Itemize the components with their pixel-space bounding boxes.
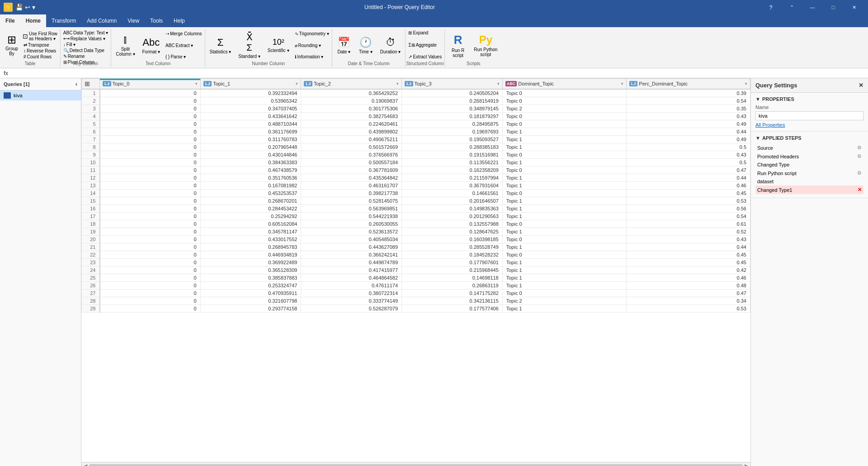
merge-columns-btn[interactable]: ⇢ Merge Columns [165, 31, 203, 37]
filter-icon-perc[interactable]: ▾ [745, 81, 747, 86]
hscroll-bar[interactable] [89, 464, 743, 466]
close-query-settings-btn[interactable]: ✕ [859, 82, 863, 89]
table-row: 1900.3457811470.5236135720.128647625Topi… [82, 228, 750, 236]
fill-icon: ↓ [63, 42, 66, 47]
tab-transform[interactable]: Transform [46, 14, 81, 27]
cell-t3: 0.211597994 [402, 174, 503, 182]
col-header-topic3[interactable]: 1.2 Topic_3 ▾ [402, 79, 503, 90]
duration-btn[interactable]: ⏱ Duration ▾ [377, 30, 404, 61]
cell-dom: Topic 1 [502, 243, 626, 251]
scientific-btn[interactable]: 10² Scientific ▾ [265, 30, 292, 61]
tab-tools[interactable]: Tools [145, 14, 168, 27]
group-scripts: R Run Rscript Py Run Pythonscript Script… [445, 29, 502, 67]
collapse-queries-btn[interactable]: ‹ [75, 81, 77, 87]
query-item-kiva[interactable]: kiva [0, 90, 81, 100]
collapse-properties-icon[interactable]: ▼ [755, 96, 760, 102]
table-row: 1300.1670819820.4631617070.367931604Topi… [82, 182, 750, 190]
more-quick-btn[interactable]: ▾ [32, 4, 35, 11]
cell-t3: 0.268154919 [402, 97, 503, 105]
standard-btn[interactable]: X̄Σ Standard ▾ [236, 30, 263, 61]
extract-values-btn[interactable]: ↗ Extract Values [407, 54, 443, 60]
filter-icon-topic0[interactable]: ▾ [195, 81, 198, 86]
use-first-row-btn[interactable]: ⊡ Use First Rowas Headers ▾ [22, 31, 58, 42]
step-gear-icon[interactable]: ⚙ [857, 170, 862, 176]
table-row: 1400.4532535370.3982177380.14661561Topic… [82, 190, 750, 197]
col-header-topic0[interactable]: 1.2 Topic_0 ▾ [100, 79, 201, 90]
information-btn[interactable]: ℹ Information ▾ [294, 54, 330, 60]
col-header-topic2[interactable]: 1.2 Topic_2 ▾ [301, 79, 402, 90]
reverse-rows-btn[interactable]: ↕ Reverse Rows [23, 48, 58, 54]
run-r-btn[interactable]: R Run Rscript [447, 30, 469, 61]
row-number: 6 [82, 128, 100, 136]
step-item-run-python-script[interactable]: Run Python script⚙ [755, 169, 863, 177]
rename-btn[interactable]: ✎ Rename [62, 53, 109, 59]
expand-btn[interactable]: ⊞ Expand [407, 30, 443, 36]
step-item-changed-type[interactable]: Changed Type [755, 161, 863, 169]
save-quick-btn[interactable]: 💾 [15, 4, 23, 11]
cell-t3: 0.160398185 [402, 236, 503, 243]
parse-btn[interactable]: { } Parse ▾ [165, 54, 203, 60]
replace-values-btn[interactable]: ⟷ Replace Values ▾ [62, 36, 109, 42]
grid-options-icon[interactable]: ⊞ [85, 80, 90, 87]
tab-add-column[interactable]: Add Column [81, 14, 122, 27]
step-delete-icon[interactable]: ✕ [858, 187, 862, 193]
all-properties-link[interactable]: All Properties [755, 122, 863, 128]
tab-file[interactable]: File [0, 14, 20, 27]
grid-container[interactable]: ⊞ 1.2 Topic_0 ▾ [81, 78, 750, 462]
aggregate-btn[interactable]: Σ⊞ Aggregate [407, 42, 443, 48]
tab-home[interactable]: Home [20, 14, 46, 27]
scroll-left-btn[interactable]: ◀ [83, 463, 87, 466]
rounding-btn[interactable]: ⌀ Rounding ▾ [294, 43, 330, 48]
step-gear-icon[interactable]: ⚙ [857, 145, 862, 151]
detect-data-type-btn[interactable]: 🔍 Detect Data Type [62, 48, 109, 53]
group-by-btn[interactable]: ⊞ GroupBy [2, 30, 22, 61]
step-item-changed-type1[interactable]: Changed Type1✕ [755, 185, 863, 194]
format-btn[interactable]: Abc Format ▾ [140, 30, 163, 61]
date-btn[interactable]: 📅 Date ▾ [334, 30, 354, 61]
filter-icon-topic1[interactable]: ▾ [296, 81, 298, 86]
group-text-column: ⫿ SplitColumn ▾ Abc Format ▾ ⇢ Merge Col… [111, 29, 205, 67]
table-row: 1800.6051620840.2605300550.132557988Topi… [82, 220, 750, 228]
step-item-promoted-headers[interactable]: Promoted Headers⚙ [755, 152, 863, 161]
cell-t0: 0 [100, 197, 201, 205]
close-btn[interactable]: ✕ [844, 0, 864, 14]
count-rows-btn[interactable]: # Count Rows [23, 54, 58, 60]
cell-dom: Topic 1 [502, 228, 626, 236]
step-name: Promoted Headers [757, 154, 799, 159]
trigonometry-btn[interactable]: ∿ Trigonometry ▾ [294, 31, 330, 37]
step-gear-icon[interactable]: ⚙ [857, 153, 862, 159]
tab-view[interactable]: View [122, 14, 145, 27]
use-first-row-label: Use First Rowas Headers ▾ [29, 31, 57, 41]
scroll-right-btn[interactable]: ▶ [745, 463, 749, 466]
name-input[interactable] [755, 111, 863, 120]
filter-icon-topic3[interactable]: ▾ [497, 81, 500, 86]
collapse-steps-icon[interactable]: ▼ [755, 135, 760, 141]
time-btn[interactable]: 🕐 Time ▾ [356, 30, 376, 61]
step-item-dataset[interactable]: dataset [755, 177, 863, 185]
col-header-perc[interactable]: 1.2 Perc_Dominant_Topic ▾ [626, 79, 750, 90]
ribbon-collapse-btn[interactable]: ⌃ [781, 0, 802, 14]
run-python-btn[interactable]: Py Run Pythonscript [471, 30, 500, 61]
statistics-btn[interactable]: Σ Statistics ▾ [207, 30, 234, 61]
filter-icon-dominant[interactable]: ▾ [621, 81, 623, 86]
filter-icon-topic2[interactable]: ▾ [396, 81, 399, 86]
hscroll-area[interactable]: ◀ ▶ [81, 462, 750, 466]
step-item-source[interactable]: Source⚙ [755, 143, 863, 152]
cell-t1: 0.470935911 [200, 290, 301, 297]
col-header-dominant[interactable]: ABC Dominant_Topic ▾ [502, 79, 626, 90]
tab-help[interactable]: Help [168, 14, 190, 27]
minimize-btn[interactable]: — [802, 0, 823, 14]
maximize-btn[interactable]: □ [823, 0, 844, 14]
col-header-topic1[interactable]: 1.2 Topic_1 ▾ [200, 79, 301, 90]
applied-steps-section: ▼ APPLIED STEPS Source⚙Promoted Headers⚙… [751, 132, 868, 198]
data-type-btn[interactable]: ABC Data Type: Text ▾ [62, 30, 109, 36]
cell-t0: 0 [100, 305, 201, 313]
transpose-btn[interactable]: ⇄ Transpose [23, 42, 58, 48]
split-column-btn[interactable]: ⫿ SplitColumn ▾ [113, 30, 137, 61]
undo-quick-btn[interactable]: ↩ [25, 4, 30, 11]
fill-btn[interactable]: ↓ Fill ▾ [62, 42, 109, 48]
cell-perc: 0.46 [626, 274, 750, 282]
cell-t2: 0.367781609 [301, 166, 402, 174]
extract-btn[interactable]: ABC Extract ▾ [165, 43, 203, 48]
help-btn[interactable]: ? [760, 0, 781, 14]
